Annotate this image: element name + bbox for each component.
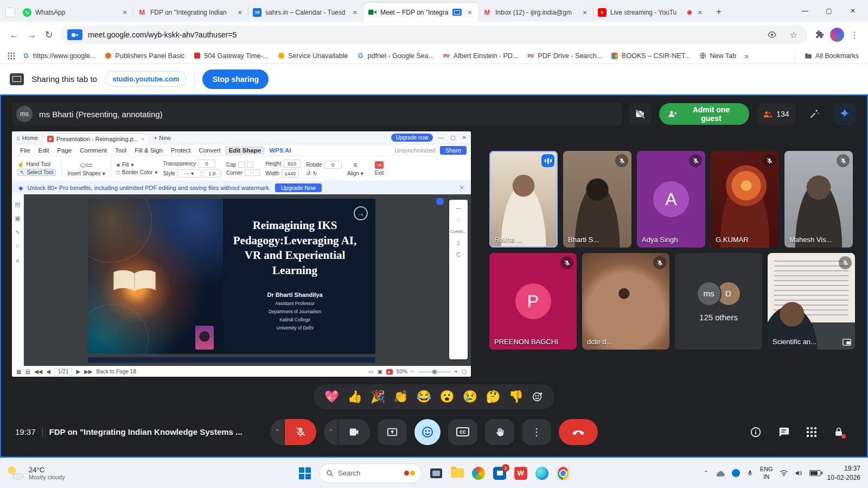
back-to-page-link[interactable]: Back to Page 18 [97,369,136,375]
wps-new-tab-button[interactable]: + New [154,135,171,141]
minimize-button[interactable]: — [793,3,817,19]
prev-page-icon[interactable]: ◀ [46,369,50,375]
mic-muted-button[interactable] [285,419,316,445]
play-presentation-icon[interactable]: ▶ [386,369,393,375]
back-button[interactable]: ← [5,26,23,43]
language-indicator[interactable]: ENG IN [760,466,773,480]
wps-share-button[interactable]: Share [440,146,467,155]
bookmark-books-csir[interactable]: BOOKS – CSIR-NET... [607,50,694,61]
reaction-clap[interactable]: 👏 [393,391,408,403]
zoom-slider[interactable] [418,371,451,372]
width-input[interactable]: 1440 [282,169,299,178]
profile-avatar[interactable] [830,28,844,42]
forward-button[interactable]: → [23,26,40,43]
address-bar[interactable]: meet.google.com/wyb-kskk-ahv?authuser=5 … [62,26,807,44]
host-controls-lock-icon[interactable] [833,427,844,438]
reaction-laugh[interactable]: 😂 [417,391,431,403]
wps-menu-page[interactable]: Page [53,146,75,155]
tab-youtube-live[interactable]: Live streaming - YouTu × [593,3,709,22]
style-select[interactable]: — ▾ [177,169,201,178]
start-button[interactable] [298,466,312,480]
participant-tile-preenon[interactable]: P PREENON BAGCHI [489,253,577,350]
outline-panel-icon[interactable]: ≡ [16,257,19,264]
emoji-picker-icon[interactable] [532,391,544,403]
chrome-menu-icon[interactable]: ⋮ [846,27,863,43]
gemini-icon[interactable] [833,103,856,125]
height-input[interactable]: 810 [283,160,301,168]
tray-clock[interactable]: 19:37 10-02-2026 [827,464,860,481]
first-page-icon[interactable]: ◀◀ [34,369,42,375]
participant-tile-bharti[interactable]: Bharti S... [563,151,631,248]
corner-option-icon[interactable] [253,169,260,176]
more-options-button[interactable]: ⋮ [522,419,551,445]
wifi-icon[interactable] [780,470,788,477]
wps-minimize-icon[interactable]: — [438,135,444,141]
bookmark-publishers-panel[interactable]: Publishers Panel Basic [100,50,188,61]
copilot-button[interactable] [471,466,486,480]
chrome-button[interactable] [556,466,570,480]
tab-whatsapp[interactable]: WhatsApp × [18,3,133,22]
rotate-input[interactable]: 0 [324,161,342,169]
reaction-party[interactable]: 🎉 [371,391,385,403]
close-tab-icon[interactable]: × [350,8,359,17]
slide-next-arrow-icon[interactable]: → [354,206,368,220]
weather-widget[interactable]: 24°C Mostly cloudy [8,466,65,480]
participant-count-pill[interactable]: 134 [757,103,795,125]
reaction-thinking[interactable]: 🤔 [486,391,500,403]
last-page-icon[interactable]: ▶▶ [84,369,92,375]
wps-menu-tool[interactable]: Tool [111,146,130,155]
wps-close-icon[interactable]: ✕ [462,135,467,141]
activities-grid-icon[interactable] [806,427,817,438]
fill-color-button[interactable]: ■Fill ▾ [117,162,158,168]
taskbar-search[interactable]: Search [319,464,422,483]
bookmark-panel-icon[interactable]: ▤ [15,201,20,208]
tab-fdp-mail[interactable]: M FDP on "Integrating Indian × [133,3,248,22]
end-call-button[interactable] [559,419,598,445]
upgrade-now-button[interactable]: Upgrade Now [275,183,322,192]
captions-button[interactable]: cc [448,419,477,445]
close-tab-icon[interactable]: × [695,8,704,17]
participant-tile-scientific[interactable]: Scientific an... [768,253,855,350]
wps-restore-icon[interactable]: ▢ [450,135,455,141]
annotate-panel-icon[interactable]: ✎ [15,229,20,236]
close-promo-icon[interactable]: ✕ [459,184,464,192]
insert-shapes-button[interactable]: ◇▭ Insert Shapes ▾ [67,161,105,176]
select-tool-button[interactable]: ↖Select Tool [17,169,56,176]
store-button[interactable]: 1 [493,466,507,480]
mic-options-chevron[interactable]: ⌃ [270,419,284,445]
meeting-details-icon[interactable] [750,426,762,438]
close-doc-icon[interactable]: × [141,136,144,142]
tab-inbox[interactable]: M Inbox (12) - ijirg.india@gm × [478,3,593,22]
wps-menu-edit[interactable]: Edit [35,146,53,155]
bookmarks-overflow-chevron[interactable]: » [741,52,752,60]
thumbnails-panel-icon[interactable]: ▣ [15,215,20,222]
participant-tile-rekha[interactable]: Rekha ... [489,151,558,248]
overflow-participants-tile[interactable]: ms D 125 others [675,253,762,350]
edge-button[interactable] [535,466,549,480]
page-tool-icon[interactable]: ▯ [457,240,460,246]
close-tab-icon[interactable]: × [580,8,589,17]
wps-menu-wps-ai[interactable]: WPS AI [265,146,295,155]
stroke-width-input[interactable]: 1.0 [203,169,221,178]
tray-chevron-icon[interactable]: ⌃ [704,470,709,477]
wps-menu-file[interactable]: File [16,146,34,155]
participant-tile-gkumar[interactable]: G.KUMAR [711,151,779,248]
apps-grid-icon[interactable] [5,48,17,64]
volume-icon[interactable] [795,470,803,477]
z oom-in-icon[interactable]: + [455,369,458,375]
wps-assistant-bubble[interactable] [436,198,444,205]
bookmark-504-gateway[interactable]: 504 Gateway Time-... [189,50,272,61]
reaction-heart[interactable]: 💖 [324,391,339,403]
rotate-left-icon[interactable]: ↺ [306,170,310,176]
fit-width-icon[interactable]: ▭ [368,369,373,375]
camera-button[interactable] [339,419,370,445]
comment-tool-icon[interactable]: C [456,252,460,258]
grid-view-icon[interactable]: ▦ [16,369,21,375]
reactions-toggle-button[interactable] [414,419,441,445]
reaction-thumbs-down[interactable]: 👎 [509,391,524,403]
wps-home-tab[interactable]: ⌂Home [16,135,38,141]
effects-wand-icon[interactable] [803,103,826,125]
bookmark-new-tab[interactable]: New Tab [695,50,740,61]
shape-tool-icon[interactable]: ◌ [457,217,460,223]
close-tab-icon[interactable]: × [235,8,244,17]
